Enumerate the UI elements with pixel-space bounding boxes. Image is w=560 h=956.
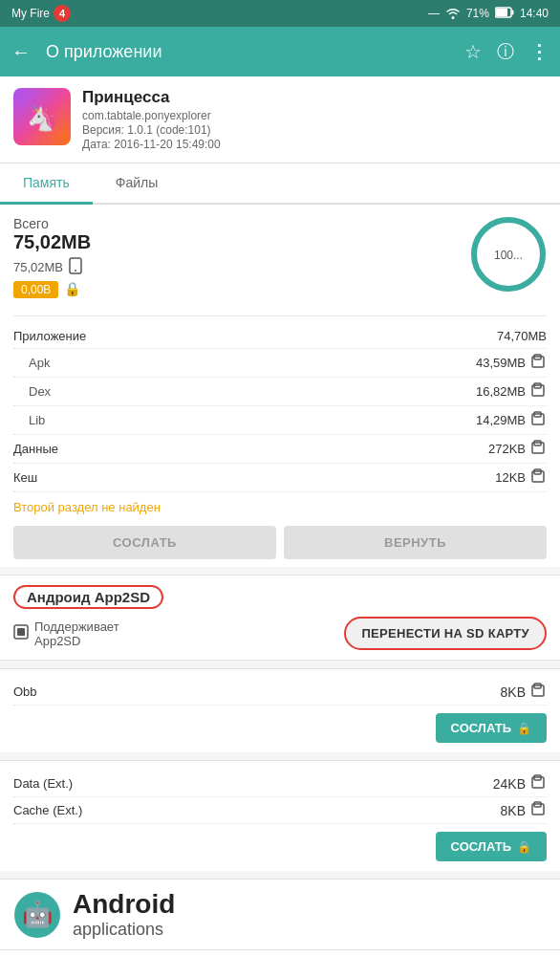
sd-size: 0,00B — [13, 281, 58, 298]
phone-icon — [69, 257, 82, 277]
ext-send-button[interactable]: СОСЛАТЬ — [436, 832, 547, 861]
obb-row: Obb 8KB — [13, 679, 547, 706]
obb-send-button[interactable]: СОСЛАТЬ — [436, 713, 547, 743]
branding-section: 🤖 Android applications — [0, 879, 560, 949]
app-date: Дата: 2016-11-20 15:49:00 — [82, 138, 547, 151]
svg-text:🤖: 🤖 — [22, 899, 54, 929]
svg-rect-2 — [496, 9, 507, 16]
wifi-icon — [445, 6, 461, 22]
detail-row-app: Приложение 74,70MB — [13, 324, 547, 349]
detail-row-apk: Apk 43,59MB — [13, 349, 547, 378]
status-bar: My Fire 4 — 71% 14:40 — [0, 0, 560, 27]
row-value-data: 272KB — [488, 440, 547, 458]
row-label-app: Приложение — [13, 329, 86, 343]
app2sd-row: Поддерживает App2SD ПЕРЕНЕСТИ НА SD КАРТ… — [13, 617, 547, 650]
sd-badge: 0,00B 🔒 — [13, 277, 91, 298]
row-label-cache: Кеш — [13, 470, 37, 485]
detail-row-cache: Кеш 12KB — [13, 464, 547, 492]
obb-value-wrap: 8KB — [501, 683, 547, 701]
app-icon: 🦄 — [13, 88, 71, 145]
row-label-lib: Lib — [13, 413, 45, 427]
battery-icon — [495, 7, 514, 21]
toolbar-icons: ☆ ⓘ ⋮ — [464, 40, 549, 63]
action-buttons-row: СОСЛАТЬ ВЕРНУТЬ — [13, 518, 547, 567]
svg-point-6 — [75, 270, 76, 272]
cache-ext-row: Cache (Ext.) 8KB — [13, 797, 547, 824]
obb-send-wrap: СОСЛАТЬ — [13, 706, 547, 743]
lock-icon: 🔒 — [64, 281, 80, 296]
app-package: com.tabtale.ponyexplorer — [82, 109, 547, 122]
notif-badge: 4 — [54, 5, 71, 22]
row-value-app: 74,70MB — [497, 329, 547, 343]
menu-icon[interactable]: ⋮ — [529, 40, 549, 63]
sd-card-icon-data-ext — [531, 774, 547, 793]
cache-ext-label: Cache (Ext.) — [13, 803, 82, 817]
row-value-apk: 43,59MB — [476, 354, 547, 372]
total-size: 75,02MB — [13, 231, 91, 253]
sd-card-icon-data — [531, 440, 547, 458]
sd-card-icon-apk — [531, 354, 547, 372]
app2sd-section: Андроид App2SD Поддерживает App2SD ПЕРЕН… — [0, 575, 560, 661]
app-name-status: My Fire — [11, 7, 50, 20]
data-ext-value: 24KB — [493, 776, 526, 792]
status-right: — 71% 14:40 — [428, 6, 549, 22]
sd-card-icon-cache — [531, 468, 547, 487]
star-icon[interactable]: ☆ — [464, 40, 482, 63]
cache-ext-value: 8KB — [501, 803, 526, 818]
row-value-dex: 16,82MB — [476, 382, 547, 401]
obb-section: Obb 8KB СОСЛАТЬ — [0, 668, 560, 752]
tab-memory[interactable]: Память — [0, 163, 93, 205]
tabs-bar: Память Файлы — [0, 163, 560, 205]
send-button[interactable]: СОСЛАТЬ — [13, 526, 276, 559]
sd-card-icon-lib — [531, 411, 547, 429]
svg-text:🦄: 🦄 — [27, 102, 58, 133]
back-button[interactable]: ← — [11, 41, 31, 63]
status-left: My Fire 4 — [11, 5, 71, 22]
bottom-nav: △ ○ □ — [0, 949, 560, 956]
battery-text: 71% — [466, 7, 489, 20]
brand-title: Android — [73, 889, 175, 920]
minus-icon: — — [428, 7, 440, 20]
detail-row-dex: Dex 16,82MB — [13, 378, 547, 406]
ext-send-wrap: СОСЛАТЬ — [13, 824, 547, 861]
time-display: 14:40 — [520, 7, 549, 20]
chart-circle: 100... — [470, 216, 547, 293]
supports-label1: Поддерживает — [34, 619, 119, 634]
phone-storage-row: 75,02MB — [13, 257, 91, 277]
section-total: Всего 75,02MB 75,02MB 0,00B 🔒 — [13, 216, 547, 306]
transfer-button[interactable]: ПЕРЕНЕСТИ НА SD КАРТУ — [344, 617, 547, 650]
data-ext-value-wrap: 24KB — [493, 774, 547, 793]
warning-text: Второй раздел не найден — [13, 492, 547, 518]
row-value-cache: 12KB — [495, 468, 547, 487]
row-label-data: Данные — [13, 442, 58, 456]
total-label: Всего — [13, 216, 91, 231]
phone-size: 75,02MB — [13, 260, 63, 274]
total-info: Всего 75,02MB 75,02MB 0,00B 🔒 — [13, 216, 91, 298]
row-label-dex: Dex — [13, 384, 51, 399]
obb-value: 8KB — [501, 684, 526, 700]
supports-text: Поддерживает App2SD — [34, 619, 119, 648]
app-version: Версия: 1.0.1 (code:101) — [82, 123, 547, 137]
brand-text: Android applications — [73, 889, 175, 940]
supports-label2: App2SD — [34, 634, 119, 648]
detail-section: Приложение 74,70MB Apk 43,59MB Dex — [13, 315, 547, 492]
info-icon[interactable]: ⓘ — [497, 40, 514, 63]
data-ext-label: Data (Ext.) — [13, 776, 73, 791]
page-title: О приложении — [46, 42, 449, 62]
tab-files[interactable]: Файлы — [93, 163, 181, 205]
ext-section: Data (Ext.) 24KB Cache (Ext.) 8KB — [0, 760, 560, 871]
svg-rect-1 — [511, 10, 513, 14]
checkbox-icon — [13, 624, 29, 642]
svg-rect-21 — [17, 628, 25, 636]
obb-label: Obb — [13, 684, 37, 699]
app-name: Принцесса — [82, 88, 547, 107]
svg-text:100...: 100... — [494, 249, 523, 262]
detail-row-lib: Lib 14,29MB — [13, 406, 547, 435]
return-button[interactable]: ВЕРНУТЬ — [284, 526, 547, 559]
data-ext-row: Data (Ext.) 24KB — [13, 771, 547, 797]
app2sd-header: Андроид App2SD — [13, 585, 163, 609]
app2sd-left: Поддерживает App2SD — [13, 619, 119, 648]
sd-card-icon-dex — [531, 382, 547, 401]
row-label-apk: Apk — [13, 356, 50, 370]
brand-subtitle: applications — [73, 920, 175, 940]
